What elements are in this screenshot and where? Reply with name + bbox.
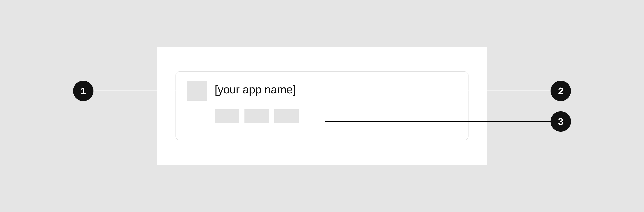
action-placeholder (215, 109, 239, 123)
callout-number: 1 (80, 85, 86, 97)
action-placeholder (274, 109, 299, 123)
callout-number: 2 (558, 85, 564, 97)
app-card: [your app name] (176, 71, 468, 140)
app-icon-placeholder (187, 81, 207, 101)
callout-badge-3: 3 (550, 111, 571, 132)
callout-badge-2: 2 (550, 81, 571, 101)
diagram-panel: [your app name] (157, 47, 487, 165)
leader-line-2 (325, 91, 550, 91)
callout-badge-1: 1 (73, 81, 94, 101)
app-name-text: [your app name] (215, 83, 296, 96)
app-actions-row (215, 109, 299, 123)
callout-number: 3 (558, 116, 564, 127)
leader-line-1 (94, 91, 186, 91)
leader-line-3 (325, 121, 550, 122)
action-placeholder (244, 109, 269, 123)
